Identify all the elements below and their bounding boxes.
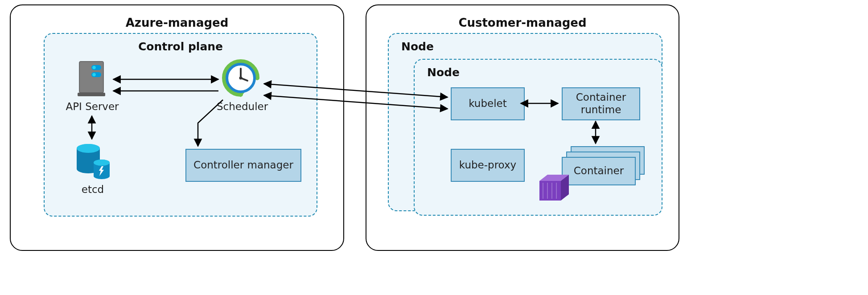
container-runtime-box: Container runtime (562, 87, 640, 120)
server-icon (76, 59, 107, 97)
kubelet-box: kubelet (451, 87, 525, 120)
container-cube-icon (538, 173, 571, 202)
svg-point-3 (92, 66, 96, 70)
svg-point-13 (77, 144, 100, 153)
api-server-label: API Server (63, 101, 121, 112)
scheduler-label: Scheduler (217, 101, 266, 112)
svg-point-11 (239, 77, 243, 80)
control-plane-title: Control plane (45, 40, 317, 53)
customer-managed-title: Customer-managed (366, 16, 679, 29)
controller-manager-box: Controller manager (185, 149, 301, 182)
node-back-title: Node (401, 40, 434, 53)
etcd-label: etcd (79, 184, 106, 195)
svg-rect-6 (78, 93, 105, 96)
azure-managed-title: Azure-managed (11, 16, 343, 29)
node-front-title: Node (427, 66, 460, 79)
clock-icon (222, 59, 260, 97)
svg-point-15 (94, 160, 110, 166)
svg-point-5 (92, 73, 96, 77)
database-icon (75, 141, 113, 181)
container-box-front: Container (562, 157, 636, 185)
kube-proxy-box: kube-proxy (451, 149, 525, 182)
